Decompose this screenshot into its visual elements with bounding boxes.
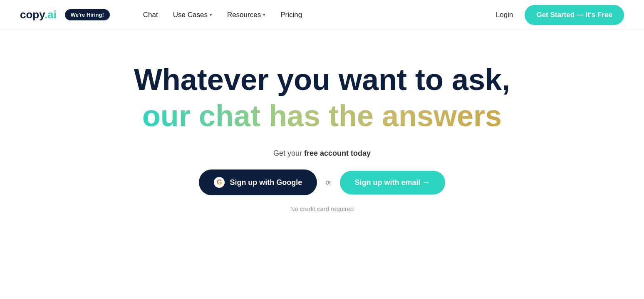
nav-use-cases-label: Use Cases (173, 11, 208, 19)
no-credit-card-text: No credit card required (290, 205, 354, 212)
nav-item-resources[interactable]: Resources ▾ (227, 11, 265, 19)
login-button[interactable]: Login (496, 11, 513, 19)
hero-section: Whatever you want to ask, our chat has t… (0, 30, 644, 237)
navbar: copy.ai We're Hiring! Chat Use Cases ▾ R… (0, 0, 644, 30)
get-started-button[interactable]: Get Started — It's Free (525, 5, 624, 25)
sign-up-google-button[interactable]: G Sign up with Google (199, 169, 317, 195)
google-icon: G (214, 177, 225, 188)
sign-up-email-button[interactable]: Sign up with email → (340, 171, 445, 194)
hiring-badge[interactable]: We're Hiring! (65, 9, 110, 20)
logo[interactable]: copy.ai (20, 8, 57, 21)
nav-item-use-cases[interactable]: Use Cases ▾ (173, 11, 212, 19)
cta-row: G Sign up with Google or Sign up with em… (199, 169, 445, 195)
google-btn-label: Sign up with Google (230, 178, 302, 187)
nav-item-chat[interactable]: Chat (143, 11, 158, 19)
nav-item-pricing[interactable]: Pricing (280, 11, 302, 19)
hero-subtitle: Get your free account today (273, 149, 371, 158)
hero-title-line2: our chat has the answers (142, 100, 502, 132)
hero-title-line1: Whatever you want to ask, (134, 63, 510, 96)
navbar-left: copy.ai We're Hiring! Chat Use Cases ▾ R… (20, 8, 302, 21)
or-divider-text: or (325, 179, 331, 186)
logo-dotai: .ai (45, 8, 57, 21)
chevron-down-icon: ▾ (210, 12, 212, 17)
nav-chat-label: Chat (143, 11, 158, 19)
subtitle-bold: free account today (304, 149, 371, 157)
chevron-down-icon: ▾ (263, 12, 265, 17)
logo-copy: copy (20, 8, 45, 21)
subtitle-before: Get your (273, 149, 304, 157)
email-btn-label: Sign up with email → (355, 178, 430, 187)
logo-text: copy.ai (20, 8, 57, 21)
google-g-letter: G (217, 179, 222, 186)
navbar-nav: Chat Use Cases ▾ Resources ▾ Pricing (143, 11, 302, 19)
nav-pricing-label: Pricing (280, 11, 302, 19)
nav-resources-label: Resources (227, 11, 261, 19)
navbar-right: Login Get Started — It's Free (496, 5, 624, 25)
